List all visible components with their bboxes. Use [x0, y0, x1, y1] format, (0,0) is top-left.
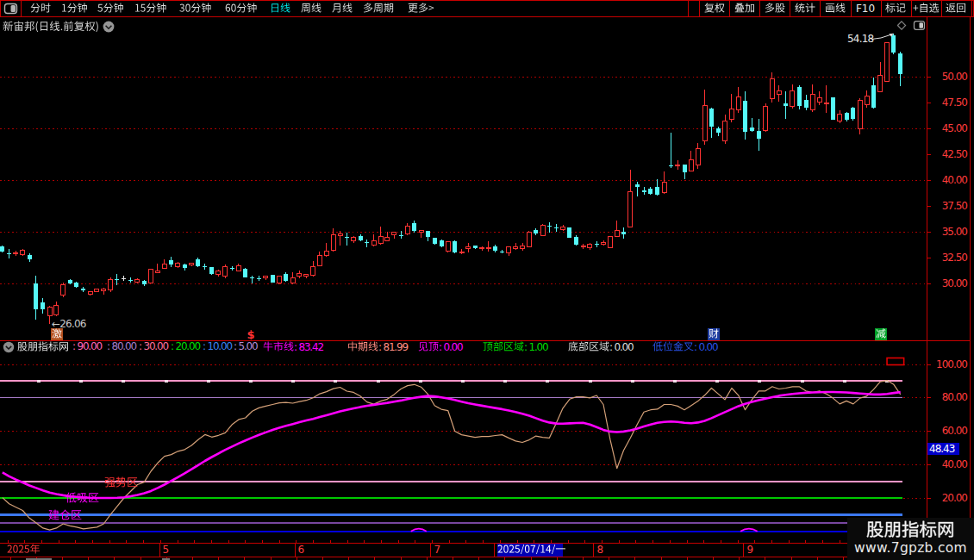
- candle-32: [216, 270, 221, 277]
- candle-46-part: [311, 266, 315, 275]
- high-price-annotation: 54.18: [847, 34, 871, 44]
- candle-62: [419, 230, 423, 238]
- candle-31-part: [209, 267, 214, 274]
- candle-104: [702, 90, 707, 145]
- zone-label-part-part: [78, 494, 88, 503]
- candle-81-part: [547, 226, 552, 227]
- watermark-site-name: [866, 520, 955, 540]
- menu-period-2[interactable]: [61, 3, 88, 15]
- stock-title-part-part: [74, 22, 84, 31]
- toolbar-button-3[interactable]: [759, 3, 790, 15]
- candle-36-part: [243, 269, 247, 277]
- menu-period-1[interactable]: [30, 3, 51, 15]
- high-annotation-arrow: [871, 34, 890, 39]
- candle-55: [371, 234, 376, 246]
- menu-period-9[interactable]: [332, 3, 353, 15]
- menu-period-10[interactable]: [363, 3, 394, 15]
- main-axis-label: 35.00: [927, 227, 967, 237]
- candle-79: [534, 228, 538, 235]
- candle-20: [135, 278, 140, 283]
- toolbar-button-8-part: [913, 3, 940, 13]
- menu-period-7[interactable]: [270, 3, 290, 15]
- menu-period-5[interactable]: [179, 3, 211, 15]
- candle-0-part: [0, 246, 4, 252]
- candle-95: [642, 187, 646, 194]
- stock-title-part-part: [3, 21, 13, 30]
- candle-94-part: [635, 184, 640, 188]
- candle-44-part: [297, 274, 302, 277]
- candle-74-part: [500, 252, 504, 252]
- candle-62-part: [419, 231, 423, 233]
- indicator-value-number: : 0.00: [609, 341, 633, 353]
- chevron-down-circle-icon[interactable]: [103, 21, 115, 33]
- candle-45: [304, 274, 309, 277]
- candle-1: [7, 249, 11, 258]
- candle-83-part: [561, 227, 565, 229]
- candle-100: [676, 160, 680, 170]
- menu-period-11-part-part: [419, 3, 428, 13]
- candle-132-part: [891, 35, 896, 53]
- toolbar-button-9-part-part: [957, 3, 965, 13]
- toolbar-divider: [911, 1, 912, 16]
- collapse-indicator-icon[interactable]: [3, 341, 15, 353]
- indicator-value: : 83.42: [263, 341, 323, 353]
- candle-35-part: [236, 266, 240, 271]
- candle-110: [743, 91, 747, 140]
- toolbar-button-4[interactable]: [790, 3, 820, 15]
- menu-period-11[interactable]: [408, 3, 434, 15]
- toolbar-button-8[interactable]: [911, 3, 941, 15]
- menu-period-8[interactable]: [301, 3, 322, 15]
- toolbar-button-7[interactable]: [881, 3, 911, 15]
- candle-121-part: [817, 97, 821, 102]
- toolbar-button-1[interactable]: [699, 3, 729, 15]
- layout-panel-button[interactable]: [1, 1, 22, 16]
- main-axis-label: 32.50: [927, 253, 967, 263]
- candle-15-part: [102, 289, 106, 290]
- indicator-value-number: : 83.42: [294, 341, 323, 353]
- candle-71-part: [480, 248, 484, 249]
- candle-75: [507, 246, 511, 256]
- candle-29: [196, 258, 200, 267]
- sub-axis-label: 40.00: [927, 460, 967, 470]
- candle-81: [547, 222, 552, 233]
- chevron-down-circle-icon-part: [103, 22, 115, 33]
- month-label: 6: [298, 544, 305, 556]
- candle-5: [34, 276, 38, 320]
- candle-21: [142, 280, 147, 286]
- toolbar-button-9-part: [946, 3, 966, 13]
- year-label-part: [7, 544, 41, 554]
- toolbar-button-6[interactable]: F10: [851, 3, 881, 15]
- menu-period-3[interactable]: [97, 3, 124, 15]
- candle-63-part: [426, 231, 430, 237]
- menu-period-11-part-part: [428, 6, 434, 10]
- candle-48: [324, 243, 328, 257]
- candle-72: [486, 241, 490, 252]
- stock-title-part-part: [64, 21, 73, 31]
- indicator-value-label-part: [652, 341, 694, 352]
- year-label-part-part: [24, 545, 29, 553]
- toolbar-button-2[interactable]: [729, 3, 759, 15]
- indicator-chart-part: [843, 380, 846, 383]
- panel-split-icon[interactable]: [915, 22, 925, 30]
- menu-period-3-part-part: [103, 3, 113, 13]
- toolbar-button-5[interactable]: [820, 3, 850, 15]
- menu-period-8-part-part: [312, 3, 322, 13]
- toolbar-button-9[interactable]: [941, 3, 971, 15]
- menu-period-4[interactable]: [134, 3, 166, 15]
- candle-11: [74, 282, 78, 289]
- candle-10-part: [68, 280, 72, 283]
- candle-109: [736, 87, 740, 113]
- candle-112-part: [757, 131, 761, 139]
- candle-89-part: [602, 242, 606, 244]
- candle-120-part: [810, 95, 815, 109]
- candle-117: [790, 84, 795, 109]
- candle-25-part: [169, 260, 173, 264]
- toolbar-button-5-part: [825, 3, 846, 13]
- diamond-icon[interactable]: [897, 22, 905, 29]
- menu-period-10-part-part: [384, 3, 393, 13]
- candle-44: [297, 271, 302, 278]
- candle-80: [540, 224, 545, 236]
- indicator-name[interactable]: [17, 341, 69, 353]
- menu-period-6[interactable]: [225, 3, 257, 15]
- candle-23-part: [155, 271, 159, 273]
